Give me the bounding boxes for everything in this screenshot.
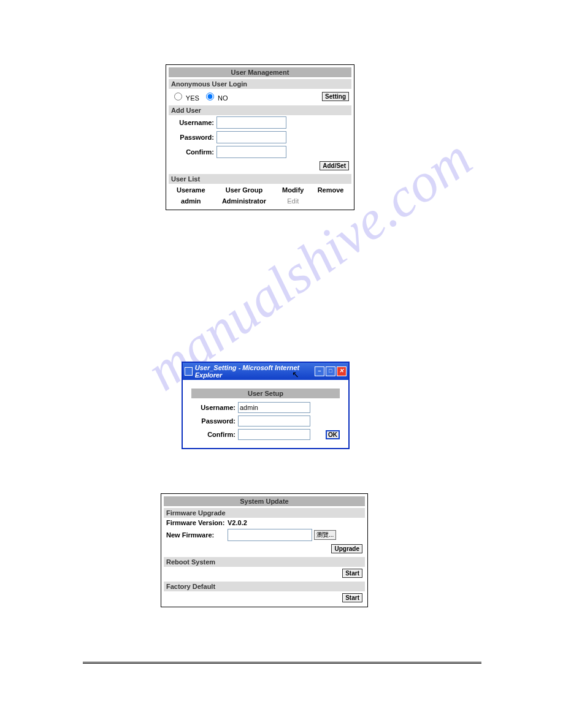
d2-confirm-input[interactable] xyxy=(238,429,310,440)
col-usergroup: User Group xyxy=(213,185,275,195)
confirm-label: Confirm: xyxy=(171,148,216,156)
new-fw-label: New Firmware: xyxy=(166,531,228,539)
cursor-icon: ↖ xyxy=(292,370,299,379)
radio-no-label: NO xyxy=(218,94,228,102)
panel-title: User Management xyxy=(169,67,351,77)
radio-yes[interactable]: YES xyxy=(171,91,199,102)
radio-no[interactable]: NO xyxy=(203,91,228,102)
section-user-list: User List xyxy=(169,174,351,184)
radio-yes-label: YES xyxy=(186,94,199,102)
minimize-button[interactable]: – xyxy=(315,366,324,376)
ie-icon xyxy=(185,367,193,376)
fw-version-value: V2.0.2 xyxy=(228,519,247,526)
dialog-titlebar: User_Setting - Microsoft Internet Explor… xyxy=(183,363,348,380)
section-factory-default: Factory Default xyxy=(164,582,365,591)
new-fw-input[interactable] xyxy=(228,529,312,541)
user-list-table: Userame User Group Modify Remove admin A… xyxy=(169,184,351,207)
footer-divider xyxy=(83,662,481,664)
radio-no-input[interactable] xyxy=(206,93,214,100)
section-firmware-upgrade: Firmware Upgrade xyxy=(164,508,365,518)
d2-password-label: Password: xyxy=(191,417,238,425)
factory-start-button[interactable]: Start xyxy=(342,593,362,602)
edit-link[interactable]: Edit xyxy=(287,197,299,205)
section-add-user: Add User xyxy=(169,105,351,115)
username-label: Username: xyxy=(171,119,216,126)
section-anon-login: Anonymous User Login xyxy=(169,79,351,89)
radio-yes-input[interactable] xyxy=(174,93,182,100)
user-setup-title: User Setup xyxy=(191,389,340,398)
col-username: Userame xyxy=(170,185,212,195)
close-button[interactable]: ✕ xyxy=(337,366,347,376)
password-label: Password: xyxy=(171,134,216,141)
table-row: admin Administrator Edit xyxy=(170,196,350,206)
reboot-start-button[interactable]: Start xyxy=(342,569,362,578)
maximize-button[interactable]: □ xyxy=(326,366,335,376)
confirm-input[interactable] xyxy=(216,146,286,158)
username-input[interactable] xyxy=(216,116,286,129)
user-management-panel: User Management Anonymous User Login YES… xyxy=(166,64,354,210)
section-reboot: Reboot System xyxy=(164,557,365,567)
cell-usergroup: Administrator xyxy=(213,196,275,206)
addset-button[interactable]: Add/Set xyxy=(320,161,349,170)
d2-username-label: Username: xyxy=(191,404,238,411)
setting-button[interactable]: Setting xyxy=(322,92,349,101)
col-remove: Remove xyxy=(311,185,350,195)
user-setting-dialog: User_Setting - Microsoft Internet Explor… xyxy=(182,362,350,449)
ok-button[interactable]: OK xyxy=(326,430,340,439)
d2-password-input[interactable] xyxy=(238,415,310,427)
upgrade-button[interactable]: Upgrade xyxy=(331,544,362,553)
system-update-panel: System Update Firmware Upgrade Firmware … xyxy=(161,493,368,607)
fw-version-label: Firmware Version: xyxy=(166,519,228,526)
col-modify: Modify xyxy=(276,185,310,195)
cell-remove xyxy=(311,196,350,206)
cell-username: admin xyxy=(170,196,212,206)
d2-confirm-label: Confirm: xyxy=(191,431,238,438)
password-input[interactable] xyxy=(216,131,286,143)
browse-button[interactable]: 瀏覽... xyxy=(314,530,336,540)
p3-title: System Update xyxy=(164,496,365,506)
d2-username-input[interactable] xyxy=(238,402,310,413)
